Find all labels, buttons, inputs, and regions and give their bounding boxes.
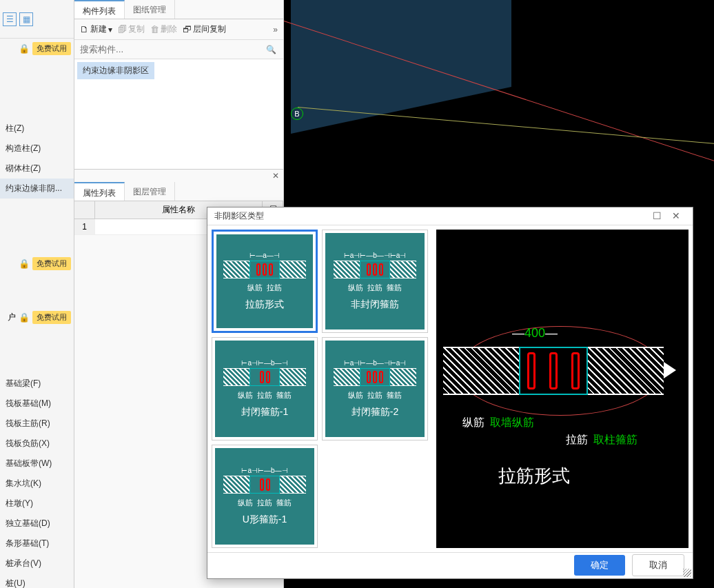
preview-title: 拉筋形式	[498, 464, 570, 488]
new-button[interactable]: 🗋新建▾	[80, 23, 112, 35]
model-shape	[291, 0, 511, 134]
option-closed-1[interactable]: ⊢a⊣⊢—b—⊣ 纵筋拉筋箍筋 封闭箍筋-1	[212, 337, 318, 440]
delete-button[interactable]: 🗑删除	[150, 23, 177, 35]
option-thumb: ⊢a⊣⊢—b—⊣ 纵筋拉筋箍筋 U形箍筋-1	[215, 448, 314, 545]
option-closed-2[interactable]: ⊢a⊣⊢—b—⊣⊢a⊣ 纵筋拉筋箍筋 封闭箍筋-2	[322, 337, 428, 440]
option-thumb: ⊢a⊣⊢—b—⊣ 纵筋拉筋箍筋 封闭箍筋-1	[215, 341, 314, 437]
dim-label: ⊢a⊣⊢—b—⊣	[241, 467, 287, 474]
list-view-icon[interactable]: ☰	[3, 12, 17, 26]
option-tie-form[interactable]: ⊢—a—⊣ 纵筋拉筋 拉筋形式	[212, 230, 318, 333]
option-name: 封闭箍筋-2	[351, 406, 398, 418]
ann-tie: 拉筋	[566, 433, 588, 447]
nav-foundation-beam[interactable]: 基础梁(F)	[0, 374, 74, 394]
copy-button[interactable]: 🗐复制	[118, 23, 145, 35]
dim-label: ⊢a⊣⊢—b—⊣⊢a⊣	[344, 252, 407, 259]
nav-raft-foundation[interactable]: 筏板基础(M)	[0, 394, 74, 414]
nav-isolated-footing[interactable]: 独立基础(D)	[0, 514, 74, 534]
dim-label: ⊢a⊣⊢—b—⊣	[241, 359, 287, 367]
option-name: 非封闭箍筋	[351, 298, 399, 311]
grid-marker-b[interactable]: B	[291, 108, 303, 120]
nav-strip-footing[interactable]: 条形基础(T)	[0, 534, 74, 554]
ann-longitudinal-src: 取墙纵筋	[490, 416, 534, 430]
nav-group-2: 基础梁(F) 筏板基础(M) 筏板主筋(R) 筏板负筋(X) 基础板带(W) 集…	[0, 368, 74, 588]
hdr-num	[74, 201, 95, 219]
hatch-left	[443, 347, 519, 395]
resize-grip[interactable]	[683, 569, 691, 577]
panel-close-icon[interactable]: ✕	[74, 170, 283, 182]
nav-raft-neg[interactable]: 筏板负筋(X)	[0, 434, 74, 454]
badge3-prefix: 户	[8, 312, 16, 323]
copy-icon: 🗐	[118, 24, 127, 34]
option-name: U形箍筋-1	[243, 514, 287, 526]
dialog-title: 非阴影区类型	[214, 210, 647, 222]
trial-badge-2[interactable]: 免费试用	[32, 257, 71, 270]
dim-label: ⊢—a—⊣	[249, 252, 280, 259]
cancel-button[interactable]: 取消	[632, 554, 684, 576]
search-icon[interactable]: 🔍	[266, 45, 276, 54]
component-list: 约束边缘非阴影区	[74, 59, 283, 170]
layer-copy-button[interactable]: 🗗层间复制	[183, 23, 226, 35]
ok-button[interactable]: 确定	[574, 555, 625, 576]
nav-column[interactable]: 柱(Z)	[0, 119, 74, 139]
tab-component-list[interactable]: 构件列表	[74, 0, 125, 19]
close-icon[interactable]: ✕	[666, 210, 686, 221]
nav-raft-main[interactable]: 筏板主筋(R)	[0, 414, 74, 434]
mid-tabs: 构件列表 图纸管理	[74, 0, 283, 19]
lock-icon: 🔒	[19, 258, 30, 269]
lock-icon: 🔒	[19, 312, 30, 323]
option-u-stirrup-1[interactable]: ⊢a⊣⊢—b—⊣ 纵筋拉筋箍筋 U形箍筋-1	[212, 445, 318, 548]
search-input[interactable]	[80, 44, 278, 54]
preview-pane: 400 纵筋 取墙纵筋 拉筋 取柱箍筋 拉筋形式	[436, 230, 688, 548]
grid-view-icon[interactable]: ▦	[19, 12, 33, 26]
dim-label: ⊢a⊣⊢—b—⊣⊢a⊣	[344, 359, 407, 367]
nav-masonry-column[interactable]: 砌体柱(Z)	[0, 159, 74, 179]
option-thumb: ⊢a⊣⊢—b—⊣⊢a⊣ 纵筋拉筋箍筋 非封闭箍筋	[325, 233, 425, 330]
type-dialog: 非阴影区类型 ☐ ✕ ⊢—a—⊣ 纵筋拉筋 拉筋形式 ⊢a⊣⊢—b—⊣⊢a⊣ 纵…	[207, 207, 693, 579]
hatch-right	[588, 347, 664, 395]
toolbar-overflow-icon[interactable]: »	[273, 25, 278, 34]
maximize-icon[interactable]: ☐	[647, 210, 666, 221]
rebar-zone	[519, 347, 588, 395]
mid-toolbar: 🗋新建▾ 🗐复制 🗑删除 🗗层间复制 »	[74, 19, 283, 40]
chevron-down-icon: ▾	[108, 25, 112, 34]
option-thumb: ⊢—a—⊣ 纵筋拉筋 拉筋形式	[216, 234, 313, 328]
ann-longitudinal: 纵筋	[462, 416, 484, 430]
prop-tabs: 属性列表 图层管理	[74, 182, 283, 201]
dialog-titlebar[interactable]: 非阴影区类型 ☐ ✕	[207, 207, 693, 225]
tab-layer-manage[interactable]: 图层管理	[125, 182, 175, 201]
arrow-wedge	[664, 347, 677, 395]
nav-foundation-slab[interactable]: 基础板带(W)	[0, 454, 74, 474]
search-row: 🔍	[74, 40, 283, 59]
badge-row-2: 🔒 免费试用	[0, 254, 74, 273]
lock-icon: 🔒	[19, 43, 30, 54]
badge-row-1: 🔒 免费试用	[0, 39, 74, 58]
option-name: 封闭箍筋-1	[241, 406, 288, 418]
preview-dimension: 400	[512, 326, 558, 341]
dialog-footer: 确定 取消	[207, 552, 693, 578]
tab-property-list[interactable]: 属性列表	[74, 182, 125, 201]
dialog-body: ⊢—a—⊣ 纵筋拉筋 拉筋形式 ⊢a⊣⊢—b—⊣⊢a⊣ 纵筋拉筋箍筋 非封闭箍筋…	[207, 225, 693, 552]
tab-drawing-manage[interactable]: 图纸管理	[125, 0, 175, 19]
nav-sump[interactable]: 集水坑(K)	[0, 474, 74, 494]
nav-struct-column[interactable]: 构造柱(Z)	[0, 139, 74, 159]
options-grid: ⊢—a—⊣ 纵筋拉筋 拉筋形式 ⊢a⊣⊢—b—⊣⊢a⊣ 纵筋拉筋箍筋 非封闭箍筋…	[212, 230, 432, 548]
new-icon: 🗋	[80, 24, 89, 34]
option-non-closed[interactable]: ⊢a⊣⊢—b—⊣⊢a⊣ 纵筋拉筋箍筋 非封闭箍筋	[322, 230, 428, 333]
nav-pile[interactable]: 桩(U)	[0, 574, 74, 588]
row-num: 1	[74, 219, 95, 234]
trial-badge[interactable]: 免费试用	[32, 42, 71, 55]
layer-copy-icon: 🗗	[183, 24, 192, 34]
list-item[interactable]: 约束边缘非阴影区	[77, 62, 154, 79]
option-name: 拉筋形式	[245, 298, 284, 311]
nav-column-pier[interactable]: 柱墩(Y)	[0, 494, 74, 514]
trial-badge-3[interactable]: 免费试用	[32, 311, 71, 324]
sidebar-topbar: ☰ ▦	[0, 0, 74, 39]
ann-tie-src: 取柱箍筋	[593, 433, 638, 447]
nav-pile-cap[interactable]: 桩承台(V)	[0, 554, 74, 574]
nav-constraint-edge[interactable]: 约束边缘非阴...	[0, 179, 74, 199]
left-sidebar: ☰ ▦ 🔒 免费试用 柱(Z) 构造柱(Z) 砌体柱(Z) 约束边缘非阴... …	[0, 0, 74, 588]
delete-icon: 🗑	[150, 24, 159, 34]
preview-section	[443, 347, 677, 395]
nav-group-1: 柱(Z) 构造柱(Z) 砌体柱(Z) 约束边缘非阴...	[0, 113, 74, 199]
badge-row-3: 户 🔒 免费试用	[0, 307, 74, 327]
